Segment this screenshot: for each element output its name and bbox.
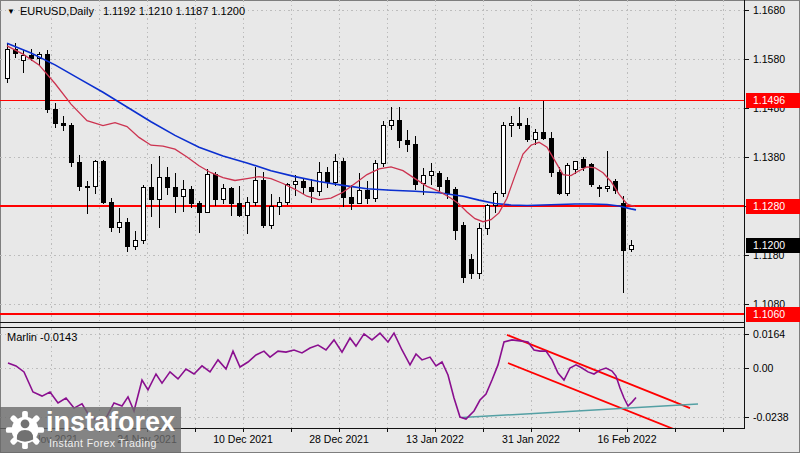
instaforex-gear-logo-icon (4, 409, 46, 451)
main-gridlines (0, 0, 744, 322)
time-axis-tick (675, 429, 676, 432)
time-axis-tick (387, 429, 388, 432)
instaforex-watermark: instaforex Instant Forex Trading (0, 407, 181, 453)
price-axis-tick (745, 304, 749, 305)
price-axis[interactable]: 1.16801.15801.14801.13801.12801.11801.10… (744, 0, 800, 429)
price-axis-tick (745, 10, 749, 11)
time-axis-tick (723, 429, 724, 432)
price-axis-tick (745, 108, 749, 109)
time-axis-tick (291, 429, 292, 432)
time-axis-label: 13 Jan 2022 (406, 433, 464, 445)
indicator-axis-tick (745, 334, 749, 335)
main-chart-surface[interactable] (0, 0, 744, 323)
time-axis-tick (483, 429, 484, 432)
time-axis-label: 10 Dec 2021 (213, 433, 273, 445)
time-axis-tick (435, 429, 436, 432)
indicator-axis-label: -0.0238 (753, 411, 789, 424)
price-axis-tick (745, 157, 749, 158)
time-axis-tick (339, 429, 340, 432)
level-price-badge: 1.1280 (746, 199, 800, 214)
price-axis-label: 1.1580 (753, 53, 785, 66)
watermark-brand-text: instaforex (46, 407, 175, 438)
time-axis-tick (627, 429, 628, 432)
chart-title: ▼EURUSD,Daily1.1192 1.1210 1.1187 1.1200 (7, 5, 245, 17)
watermark-tagline-text: Instant Forex Trading (49, 437, 157, 449)
indicator-axis-label: 0.00 (753, 362, 773, 375)
time-axis-label: 16 Feb 2022 (598, 433, 657, 445)
chevron-down-icon[interactable]: ▼ (7, 7, 15, 16)
time-axis-tick (195, 429, 196, 432)
symbol-period-label: EURUSD,Daily (20, 5, 94, 17)
indicator-axis-tick (745, 417, 749, 418)
indicator-name-label: Marlin -0.0143 (7, 331, 77, 343)
level-price-badge: 1.1496 (746, 93, 800, 108)
price-axis-tick (745, 59, 749, 60)
price-axis-label: 1.1380 (753, 151, 785, 164)
level-price-badge: 1.1060 (746, 307, 800, 322)
time-axis-tick (531, 429, 532, 432)
main-chart-canvas (0, 0, 744, 322)
marlin-trendline-support-line (462, 404, 698, 418)
time-axis-tick (579, 429, 580, 432)
time-axis-label: 31 Jan 2022 (502, 433, 560, 445)
mt4-chart-window: ▼EURUSD,Daily1.1192 1.1210 1.1187 1.1200… (0, 0, 800, 453)
indicator-axis-tick (745, 368, 749, 369)
price-axis-tick (745, 255, 749, 256)
time-axis-label: 28 Dec 2021 (309, 433, 369, 445)
ohlc-quote-label: 1.1192 1.1210 1.1187 1.1200 (103, 5, 245, 17)
indicator-axis-label: 0.0164 (753, 328, 785, 341)
time-axis-tick (243, 429, 244, 432)
price-axis-label: 1.1680 (753, 4, 785, 17)
current-price-badge: 1.1200 (746, 238, 800, 253)
